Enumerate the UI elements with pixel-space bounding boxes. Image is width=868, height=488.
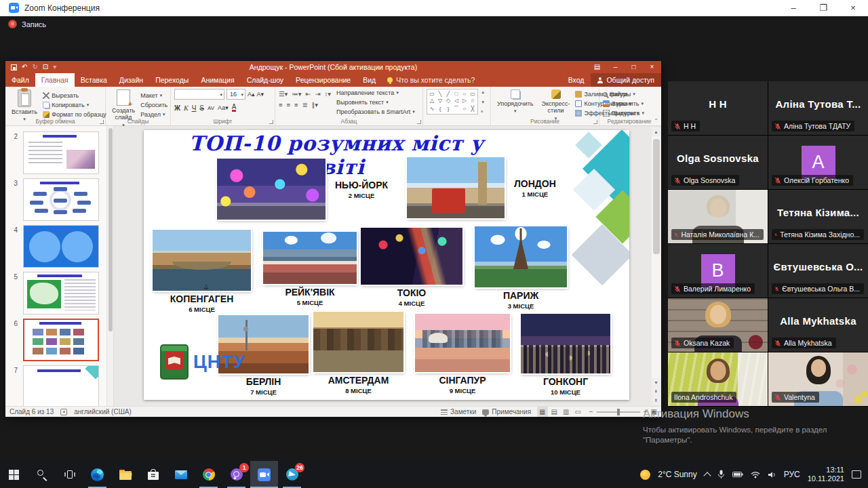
taskbar-icon-mail[interactable]: [167, 461, 195, 488]
redo-icon[interactable]: ↻: [32, 64, 37, 70]
city-tile[interactable]: ЛОНДОН 1 МІСЦЕ: [407, 157, 505, 218]
city-tile[interactable]: РЕЙК'ЯВІК 5 МІСЦЕ: [263, 232, 357, 284]
quick-styles-button[interactable]: Экспресс-стили▾: [539, 89, 573, 122]
align-left-button[interactable]: ≡: [279, 101, 283, 108]
taskbar-icon-search[interactable]: [28, 461, 56, 488]
city-tile[interactable]: НЬЮ-ЙОРК 2 МІСЦЕ: [217, 159, 326, 220]
city-photo[interactable]: [407, 157, 505, 218]
participant-tile[interactable]: Alla Mykhatska Alla Mykhatska: [768, 298, 868, 352]
save-icon[interactable]: [11, 64, 17, 70]
undo-icon[interactable]: ↶: [22, 64, 27, 70]
microphone-icon[interactable]: [717, 470, 725, 479]
reading-view-button[interactable]: ▥: [561, 407, 571, 417]
tell-me-box[interactable]: Что вы хотите сделать?: [387, 73, 475, 87]
justify-button[interactable]: ≣: [302, 101, 308, 108]
taskbar-icon-taskview[interactable]: [56, 461, 83, 488]
weather-label[interactable]: 2°C Sunny: [658, 470, 697, 479]
dialog-launcher-icon[interactable]: [417, 120, 421, 124]
participant-tile[interactable]: Oksana Kazak: [668, 298, 768, 352]
numbering-button[interactable]: ≔▾: [292, 90, 301, 98]
cut-button[interactable]: Вырезать: [43, 92, 106, 100]
thumbnail-scrollbar[interactable]: [106, 126, 113, 406]
city-photo[interactable]: [217, 159, 326, 220]
taskbar-icon-viber[interactable]: 1: [222, 461, 250, 488]
ribbon-tab-6[interactable]: Слайд-шоу: [241, 73, 290, 87]
participant-tile[interactable]: Євтушевська О... Євтушевська Ольга В...: [768, 244, 868, 298]
align-text-button[interactable]: Выровнять текст ▾: [336, 98, 415, 106]
scroll-down-button[interactable]: ▼: [652, 378, 660, 387]
taskbar-icon-start[interactable]: [0, 461, 28, 488]
slide-thumbnail[interactable]: 7: [5, 360, 113, 406]
slideshow-view-button[interactable]: ▭: [572, 407, 583, 417]
taskbar-icon-edge[interactable]: [83, 461, 111, 488]
participant-tile[interactable]: Valentyna: [768, 352, 868, 406]
text-direction-button[interactable]: Направление текста ▾: [336, 89, 415, 97]
font-size-input[interactable]: 16▾: [226, 89, 245, 100]
bullets-button[interactable]: ☰▾: [279, 90, 288, 98]
grow-font-button[interactable]: А▴: [248, 91, 255, 98]
ribbon-tab-8[interactable]: Вид: [357, 73, 382, 87]
fit-to-window-button[interactable]: ▣: [651, 408, 657, 415]
participant-tile[interactable]: Тетяна Кізима... Тетяна Кізима Західно..…: [768, 190, 868, 243]
font-name-input[interactable]: ▾: [174, 89, 224, 100]
slide-thumbnail-preview[interactable]: [23, 225, 99, 268]
notes-button[interactable]: Заметки: [441, 408, 476, 415]
zoom-in-button[interactable]: +: [644, 408, 648, 415]
battery-icon[interactable]: [732, 471, 743, 478]
normal-view-button[interactable]: ▦: [537, 407, 547, 417]
participant-tile[interactable]: Н Н Н Н: [668, 81, 768, 135]
character-spacing-button[interactable]: AV: [208, 105, 214, 111]
slide-thumbnail-preview[interactable]: [23, 131, 99, 174]
city-tile[interactable]: ПАРИЖ 3 МІСЦЕ: [475, 226, 567, 287]
share-button[interactable]: Общий доступ: [591, 73, 661, 87]
dialog-launcher-icon[interactable]: [100, 120, 104, 124]
city-photo[interactable]: [361, 228, 462, 285]
slide-thumbnail[interactable]: 4: [5, 220, 113, 266]
slide-sorter-view-button[interactable]: ▤: [549, 407, 559, 417]
city-tile[interactable]: ТОКІО 4 МІСЦЕ: [361, 228, 462, 285]
shapes-scroll-up[interactable]: ▲: [481, 89, 485, 94]
arrange-button[interactable]: Упорядочить▾: [494, 89, 536, 115]
language-indicator[interactable]: английский (США): [74, 408, 132, 415]
close-button[interactable]: ×: [838, 0, 868, 16]
city-tile[interactable]: АМСТЕРДАМ 8 МІСЦЕ: [313, 312, 403, 372]
volume-icon[interactable]: [768, 471, 776, 479]
slide-thumbnail[interactable]: 6: [5, 313, 113, 360]
participant-tile[interactable]: A Олексій Горбатенко: [768, 136, 868, 189]
start-slideshow-icon[interactable]: ⊡: [43, 64, 48, 70]
ppt-minimize-button[interactable]: –: [606, 61, 625, 73]
city-photo[interactable]: [415, 314, 510, 372]
comments-button[interactable]: Примечания: [482, 408, 531, 415]
change-case-button[interactable]: Аа▾: [218, 104, 229, 111]
scrollbar-thumb[interactable]: [653, 139, 660, 254]
ppt-restore-button[interactable]: □: [625, 61, 643, 73]
slide[interactable]: ТОП-10 розумних міст у світі НЬЮ-ЙОРК 2 …: [144, 130, 629, 400]
slide-thumbnail-preview[interactable]: [23, 319, 99, 361]
slide-thumbnail-preview[interactable]: [23, 178, 99, 221]
collapse-ribbon-button[interactable]: ⌃: [654, 118, 658, 124]
reset-button[interactable]: Сбросить: [140, 101, 167, 109]
participant-tile[interactable]: Ilona Androshchuk: [668, 352, 768, 406]
font-color-button[interactable]: А: [232, 104, 237, 112]
shrink-font-button[interactable]: А▾: [257, 91, 264, 98]
taskbar-icon-store[interactable]: [139, 461, 167, 488]
slide-counter[interactable]: Слайд 6 из 13: [9, 408, 54, 415]
next-slide-button[interactable]: ⇟: [652, 396, 660, 405]
taskbar-icon-explorer[interactable]: [111, 461, 139, 488]
ribbon-tab-7[interactable]: Рецензирование: [290, 73, 357, 87]
slide-thumbnail[interactable]: 3: [5, 173, 113, 220]
copy-button[interactable]: Копировать ▾: [43, 101, 106, 109]
language-indicator[interactable]: РУС: [784, 470, 800, 479]
slide-thumbnail-preview[interactable]: [23, 365, 99, 406]
city-photo[interactable]: [313, 312, 403, 372]
scroll-up-button[interactable]: ▲: [652, 127, 660, 136]
clock[interactable]: 13:11 10.11.2021: [808, 466, 844, 484]
recording-indicator[interactable]: Запись: [8, 20, 46, 28]
decrease-indent-button[interactable]: ⇤: [306, 90, 311, 98]
line-spacing-button[interactable]: ↕▾: [325, 90, 332, 98]
bold-button[interactable]: Ж: [174, 104, 180, 112]
show-hidden-icons-chevron[interactable]: [703, 472, 711, 479]
slide-scrollbar[interactable]: ▲ ▼ ⇞ ⇟: [652, 127, 660, 405]
previous-slide-button[interactable]: ⇞: [652, 387, 660, 396]
university-logo[interactable]: ЦНТУ: [160, 344, 245, 380]
